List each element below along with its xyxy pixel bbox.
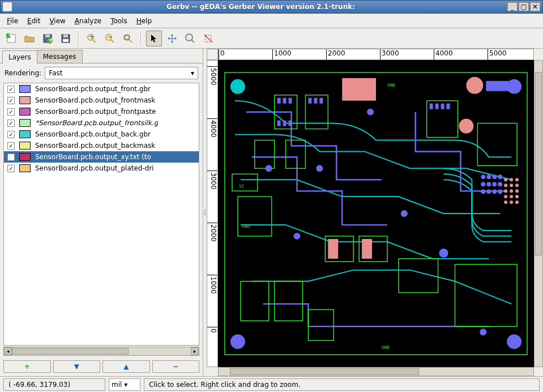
svg-rect-60: [435, 104, 439, 109]
move-tool-button[interactable]: [164, 31, 180, 46]
layer-row[interactable]: ✓SensorBoard.pcb.output_frontmask: [4, 95, 199, 106]
save-layer-button[interactable]: +: [40, 31, 55, 46]
open-button[interactable]: [22, 31, 37, 46]
save-button[interactable]: [58, 31, 74, 46]
tab-layers[interactable]: Layers: [2, 50, 37, 63]
layer-row[interactable]: SensorBoard.pcb.output_xy.txt (to: [4, 151, 199, 163]
ruler-left: 500040003000200010000: [207, 60, 218, 367]
layer-swatch[interactable]: [19, 85, 31, 93]
svg-point-63: [481, 174, 485, 179]
canvas-row: 500040003000200010000: [207, 60, 543, 367]
layer-row[interactable]: ✓SensorBoard.pcb.output_backmask: [4, 140, 199, 151]
minimize-button[interactable]: _: [507, 2, 518, 11]
svg-line-22: [191, 40, 194, 42]
svg-point-34: [459, 119, 473, 134]
layer-swatch[interactable]: [19, 108, 31, 116]
tab-messages[interactable]: Messages: [37, 50, 83, 63]
new-project-button[interactable]: +: [3, 31, 19, 46]
svg-point-94: [510, 201, 513, 204]
layer-row[interactable]: ✓SensorBoard.pcb.output_front.gbr: [4, 83, 199, 95]
content: Layers Messages Rendering: Fast ▾ ✓Senso…: [0, 49, 543, 376]
menu-analyze[interactable]: Analyze: [70, 15, 106, 27]
layer-checkbox[interactable]: ✓: [7, 108, 15, 116]
pointer-tool-button[interactable]: [146, 31, 162, 46]
scroll-thumb[interactable]: [12, 348, 129, 355]
zoom-out-button[interactable]: −: [102, 31, 118, 46]
scrollbar-horizontal[interactable]: [218, 367, 534, 376]
layer-name: SensorBoard.pcb.output_front.gbr: [35, 85, 151, 93]
scroll-right-icon[interactable]: ▸: [191, 347, 199, 355]
move-down-button[interactable]: ▼: [53, 360, 101, 373]
scroll-left-icon[interactable]: ◂: [4, 347, 12, 355]
layer-swatch[interactable]: [19, 119, 31, 127]
layer-scrollbar-h[interactable]: ◂ ▸: [3, 347, 199, 356]
layer-checkbox[interactable]: ✓: [7, 97, 15, 104]
svg-rect-58: [319, 98, 323, 104]
ruler-tick: 4000: [434, 49, 453, 59]
svg-rect-33: [486, 81, 514, 91]
layer-checkbox[interactable]: ✓: [7, 142, 15, 150]
layer-row[interactable]: ✓*SensorBoard.pcb.output_frontsilk.g: [4, 117, 199, 129]
move-up-button[interactable]: ▲: [102, 360, 150, 373]
layer-swatch[interactable]: [19, 96, 31, 104]
pcb-canvas[interactable]: GND TC GND GND: [218, 60, 534, 367]
layer-checkbox[interactable]: ✓: [7, 131, 15, 138]
svg-point-66: [498, 174, 502, 179]
menubar: File Edit View Analyze Tools Help: [0, 14, 543, 28]
menu-file[interactable]: File: [2, 15, 23, 27]
layer-row[interactable]: ✓SensorBoard.pcb.output_frontpaste: [4, 106, 199, 117]
menu-edit[interactable]: Edit: [23, 15, 45, 27]
layer-swatch[interactable]: [19, 153, 31, 161]
layer-checkbox[interactable]: ✓: [7, 86, 15, 93]
layer-checkbox[interactable]: ✓: [7, 120, 15, 127]
svg-point-87: [504, 189, 507, 193]
svg-point-72: [486, 189, 491, 194]
svg-text:+: +: [89, 33, 95, 41]
unit-select[interactable]: mil ▾: [109, 378, 140, 391]
dropdown-icon: ▾: [191, 69, 194, 77]
scroll-thumb-h[interactable]: [230, 368, 419, 375]
zoom-in-button[interactable]: +: [84, 31, 100, 46]
canvas-area: 01000200030004000500060 5000400030002000…: [207, 49, 543, 376]
layer-row[interactable]: ✓SensorBoard.pcb.output_back.gbr: [4, 129, 199, 140]
layer-name: SensorBoard.pcb.output_plated-dri: [35, 164, 154, 172]
window-controls: _ ▢ ✕: [507, 2, 540, 11]
rendering-value: Fast: [49, 69, 62, 77]
layer-swatch[interactable]: [19, 164, 31, 172]
app-icon: [3, 2, 12, 11]
svg-text:GND: GND: [242, 224, 250, 229]
svg-point-102: [480, 329, 486, 335]
maximize-button[interactable]: ▢: [519, 2, 529, 11]
layer-name: SensorBoard.pcb.output_frontmask: [35, 96, 155, 104]
layer-swatch[interactable]: [19, 130, 31, 138]
layer-checkbox[interactable]: [7, 154, 15, 161]
ruler-tick: 2000: [207, 223, 217, 242]
svg-rect-52: [289, 98, 292, 104]
zoom-fit-button[interactable]: [120, 31, 136, 46]
delete-tool-button[interactable]: [200, 31, 216, 46]
add-layer-button[interactable]: +: [3, 360, 51, 373]
scrollbar-vertical[interactable]: [534, 60, 543, 367]
toolbar: + + + −: [0, 28, 543, 49]
window-title: Gerbv -- gEDA's Gerber Viewer version 2.…: [14, 3, 507, 11]
menu-view[interactable]: View: [45, 15, 70, 27]
scroll-thumb-v[interactable]: [535, 72, 542, 255]
svg-rect-57: [314, 98, 317, 104]
ruler-spacer: [534, 49, 543, 60]
layer-name: SensorBoard.pcb.output_back.gbr: [35, 130, 151, 138]
measure-tool-button[interactable]: [182, 31, 198, 46]
menu-help[interactable]: Help: [132, 15, 156, 27]
statusbar: ( -69.66, 3179.03) mil ▾ Click to select…: [0, 376, 543, 392]
rendering-select[interactable]: Fast ▾: [45, 67, 198, 79]
layer-swatch[interactable]: [19, 142, 31, 150]
svg-text:+: +: [48, 36, 53, 44]
layer-row[interactable]: ✓SensorBoard.pcb.output_plated-dri: [4, 163, 199, 174]
close-button[interactable]: ✕: [530, 2, 540, 11]
layer-checkbox[interactable]: ✓: [7, 165, 15, 172]
remove-layer-button[interactable]: −: [152, 360, 200, 373]
svg-point-83: [515, 178, 519, 181]
menu-tools[interactable]: Tools: [106, 15, 132, 27]
svg-point-84: [504, 184, 507, 187]
layer-name: SensorBoard.pcb.output_backmask: [35, 142, 155, 150]
svg-rect-47: [241, 282, 269, 321]
